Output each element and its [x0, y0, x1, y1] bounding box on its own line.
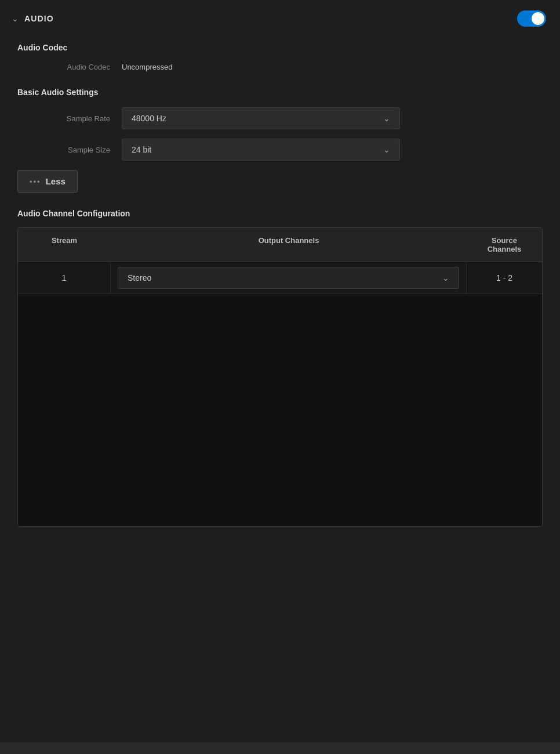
- table-empty-area: [18, 294, 542, 526]
- table-row: 1 Stereo ⌄ 1 - 2: [18, 262, 542, 294]
- table-header: Stream Output Channels SourceChannels: [18, 228, 542, 262]
- sample-rate-label: Sample Rate: [17, 114, 122, 123]
- output-channels-cell[interactable]: Stereo ⌄: [111, 262, 467, 293]
- stream-cell: 1: [18, 262, 111, 293]
- toggle-thumb: [532, 12, 544, 25]
- channel-config-section: Audio Channel Configuration Stream Outpu…: [17, 209, 543, 527]
- less-dots: •••: [30, 177, 41, 186]
- sample-size-row: Sample Size 24 bit ⌄: [17, 139, 543, 161]
- sample-rate-dropdown[interactable]: 48000 Hz ⌄: [122, 107, 400, 129]
- output-channels-value: Stereo: [128, 273, 151, 282]
- channel-table: Stream Output Channels SourceChannels 1 …: [17, 227, 543, 527]
- less-button-label: Less: [46, 176, 66, 186]
- header-left: ⌄ AUDIO: [12, 14, 54, 23]
- basic-audio-settings-section: Basic Audio Settings Sample Rate 48000 H…: [17, 88, 543, 193]
- less-button[interactable]: ••• Less: [17, 170, 78, 193]
- audio-codec-row: Audio Codec Uncompressed: [17, 63, 543, 71]
- audio-codec-label: Audio Codec: [17, 63, 122, 71]
- channel-config-title: Audio Channel Configuration: [17, 209, 543, 218]
- sample-rate-value: 48000 Hz: [132, 114, 166, 123]
- output-channels-chevron-icon: ⌄: [442, 273, 449, 282]
- source-channels-cell: 1 - 2: [467, 262, 542, 293]
- audio-section-header: ⌄ AUDIO: [0, 0, 560, 37]
- audio-codec-section-title: Audio Codec: [17, 43, 543, 52]
- panel-content: Audio Codec Audio Codec Uncompressed Bas…: [0, 37, 560, 554]
- basic-audio-settings-title: Basic Audio Settings: [17, 88, 543, 97]
- output-channels-header: Output Channels: [111, 228, 467, 262]
- sample-rate-chevron-icon: ⌄: [383, 114, 390, 123]
- stream-header: Stream: [18, 228, 111, 262]
- sample-size-value: 24 bit: [132, 145, 151, 154]
- sample-size-dropdown[interactable]: 24 bit ⌄: [122, 139, 400, 161]
- audio-codec-section: Audio Codec Audio Codec Uncompressed: [17, 43, 543, 71]
- sample-rate-row: Sample Rate 48000 Hz ⌄: [17, 107, 543, 129]
- audio-title: AUDIO: [24, 14, 54, 23]
- sample-size-chevron-icon: ⌄: [383, 145, 390, 154]
- sample-size-label: Sample Size: [17, 146, 122, 154]
- bottom-bar: [0, 742, 560, 754]
- output-channels-dropdown[interactable]: Stereo ⌄: [118, 267, 459, 289]
- source-channels-header: SourceChannels: [467, 228, 542, 262]
- audio-codec-value: Uncompressed: [122, 63, 172, 71]
- audio-enable-toggle[interactable]: [517, 10, 546, 27]
- audio-panel: ⌄ AUDIO Audio Codec Audio Codec Uncompre…: [0, 0, 560, 554]
- chevron-down-icon[interactable]: ⌄: [12, 14, 19, 23]
